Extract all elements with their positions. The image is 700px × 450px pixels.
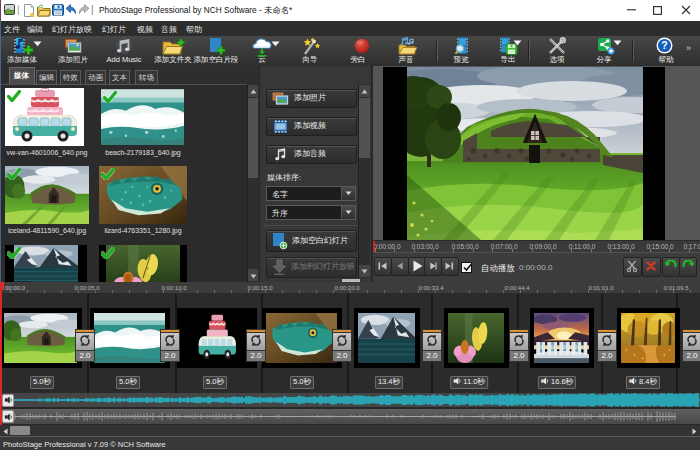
svg-text:?: ?: [661, 39, 667, 51]
